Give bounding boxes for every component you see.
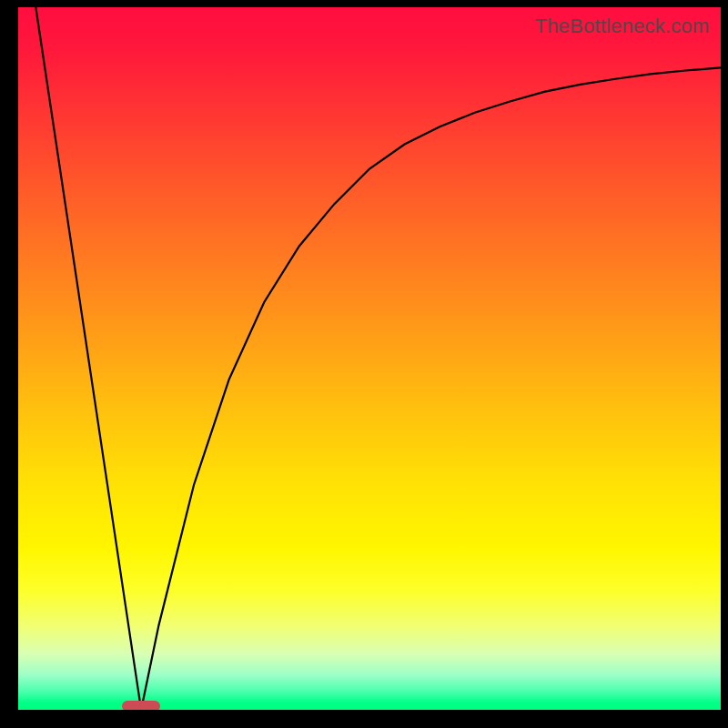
curve-left-branch [35,7,141,710]
plot-area: TheBottleneck.com [18,7,721,710]
optimal-marker [122,701,160,710]
curve-right-branch [141,67,721,710]
bottleneck-curve [18,7,721,710]
chart-frame: TheBottleneck.com [0,0,728,728]
